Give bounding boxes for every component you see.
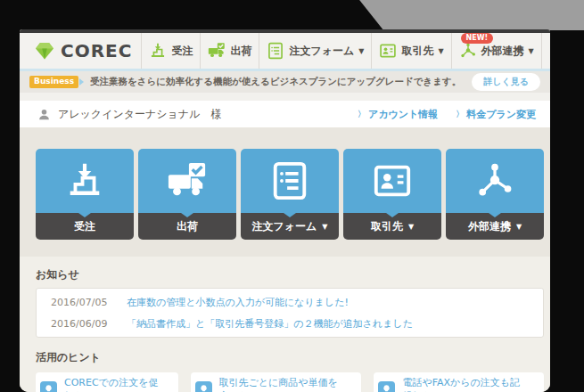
news-date: 2016/07/05 xyxy=(51,297,127,308)
truck-icon xyxy=(208,42,226,60)
divider-strip xyxy=(20,93,550,101)
account-name: アレックインターナショナル 様 xyxy=(58,107,221,122)
tile-label: 取引先 xyxy=(371,219,403,234)
chevron-down-icon: ▼ xyxy=(358,47,364,55)
account-info-label: アカウント情報 xyxy=(368,108,438,121)
corec-gem-icon xyxy=(34,40,55,61)
nav-item-external-integration[interactable]: NEW! 外部連携 ▼ xyxy=(451,33,541,69)
upgrade-banner: Business 受注業務をさらに効率化する機能が使えるビジネスプランにアップグ… xyxy=(20,71,550,93)
see-details-button[interactable]: 詳しく見る xyxy=(472,73,540,91)
news-link[interactable]: 「納品書作成」と「取引先番号登録」の２機能が追加されました xyxy=(127,317,413,331)
chevron-down-icon: ▼ xyxy=(516,223,522,231)
new-badge: NEW! xyxy=(461,33,494,44)
contact-card-icon xyxy=(379,42,397,60)
account-links: 〉 アカウント情報 〉 料金プラン変更 xyxy=(340,108,536,121)
main-content: 受注 出荷 注文フォーム ▼ xyxy=(20,127,550,392)
tile-partners-label-bar: 取引先 ▼ xyxy=(343,213,441,240)
lightbulb-icon xyxy=(378,381,395,392)
nav-item-partners[interactable]: 取引先 ▼ xyxy=(371,33,450,69)
nav-item-order-form[interactable]: 注文フォーム ▼ xyxy=(259,33,371,69)
inbox-icon xyxy=(64,160,105,201)
tile-order-form[interactable]: 注文フォーム ▼ xyxy=(241,149,339,240)
lightbulb-icon xyxy=(40,381,57,392)
hint-label: 取引先ごとに商品や単価を変えたい xyxy=(219,376,348,392)
tile-order-form-label-bar: 注文フォーム ▼ xyxy=(241,213,339,240)
news-date: 2016/06/09 xyxy=(51,318,127,330)
tile-label: 外部連携 xyxy=(468,219,511,234)
network-icon xyxy=(474,160,515,201)
main-nav: 受注 出荷 注文フォーム ▼ 取引先 ▼ NEW! xyxy=(141,33,550,69)
hints-section-title: 活用のヒント xyxy=(36,350,544,365)
tile-label: 受注 xyxy=(74,219,95,234)
chevron-right-icon: 〉 xyxy=(358,109,366,120)
business-plan-badge: Business xyxy=(29,76,78,88)
hint-card-phone-fax-orders[interactable]: 電話やFAXからの注文も記録したい xyxy=(374,372,544,392)
hints-row: CORECでの注文を促したい 取引先ごとに商品や単価を変えたい 電話やFAXから… xyxy=(36,372,544,392)
nav-label: 受注 xyxy=(171,44,193,59)
lower-section: お知らせ 2016/07/05 在庫数の管理と小数点の入力が可能になりました! … xyxy=(20,257,550,392)
app-window: COREC 受注 出荷 注文フォーム ▼ xyxy=(20,29,550,392)
tile-external-integration[interactable]: 外部連携 ▼ xyxy=(446,149,544,240)
tile-external-integration-top xyxy=(446,149,544,213)
chevron-right-icon: 〉 xyxy=(456,109,464,120)
account-info-link[interactable]: 〉 アカウント情報 xyxy=(358,108,438,121)
hint-card-promote-orders[interactable]: CORECでの注文を促したい xyxy=(36,372,178,392)
nav-label: 外部連携 xyxy=(481,44,524,59)
badge-arrow-icon xyxy=(79,78,84,86)
chevron-down-icon: ▼ xyxy=(322,223,327,231)
tile-label: 出荷 xyxy=(177,219,198,234)
nav-label: 取引先 xyxy=(401,44,433,59)
tile-external-integration-label-bar: 外部連携 ▼ xyxy=(446,213,544,240)
feature-tiles: 受注 出荷 注文フォーム ▼ xyxy=(20,127,550,240)
tile-shipping-top xyxy=(138,149,236,213)
tile-shipping-label-bar: 出荷 xyxy=(138,213,236,240)
news-link[interactable]: 在庫数の管理と小数点の入力が可能になりました! xyxy=(127,296,349,309)
tile-orders-label-bar: 受注 xyxy=(36,213,134,240)
tile-label: 注文フォーム xyxy=(252,219,317,234)
tile-order-form-top xyxy=(241,149,339,213)
news-row: 2016/06/09 「納品書作成」と「取引先番号登録」の２機能が追加されました xyxy=(37,313,543,334)
network-icon xyxy=(459,42,477,60)
inbox-icon xyxy=(149,42,167,60)
tile-orders-top xyxy=(36,149,134,213)
hint-label: CORECでの注文を促したい xyxy=(64,376,164,392)
order-form-icon xyxy=(269,160,310,201)
tile-orders[interactable]: 受注 xyxy=(36,149,134,240)
upgrade-message: 受注業務をさらに効率化する機能が使えるビジネスプランにアップグレードできます。 xyxy=(90,76,461,88)
order-form-icon xyxy=(267,42,284,60)
hint-card-partner-pricing[interactable]: 取引先ごとに商品や単価を変えたい xyxy=(191,372,362,392)
lightbulb-icon xyxy=(195,381,212,392)
nav-item-orders[interactable]: 受注 xyxy=(141,33,200,69)
plan-change-link[interactable]: 〉 料金プラン変更 xyxy=(456,108,536,121)
account-person-icon xyxy=(37,108,51,121)
background-page-curl xyxy=(355,0,584,30)
logo-text: COREC xyxy=(61,40,132,61)
news-row: 2016/07/05 在庫数の管理と小数点の入力が可能になりました! xyxy=(37,291,543,313)
nav-label: 出荷 xyxy=(230,44,251,59)
user-menu[interactable]: ▼ xyxy=(541,33,550,69)
news-section-title: お知らせ xyxy=(36,267,544,282)
top-navigation-bar: COREC 受注 出荷 注文フォーム ▼ xyxy=(20,33,550,71)
chevron-down-icon: ▼ xyxy=(529,47,534,55)
news-box: 2016/07/05 在庫数の管理と小数点の入力が可能になりました! 2016/… xyxy=(36,288,544,338)
tile-partners-top xyxy=(343,149,441,213)
nav-label: 注文フォーム xyxy=(289,44,354,59)
chevron-down-icon: ▼ xyxy=(438,47,443,55)
tile-partners[interactable]: 取引先 ▼ xyxy=(343,149,441,240)
account-row: アレックインターナショナル 様 〉 アカウント情報 〉 料金プラン変更 xyxy=(20,101,550,127)
hint-label: 電話やFAXからの注文も記録したい xyxy=(402,376,530,392)
chevron-down-icon: ▼ xyxy=(408,223,414,231)
tile-shipping[interactable]: 出荷 xyxy=(138,149,236,240)
plan-change-label: 料金プラン変更 xyxy=(466,108,536,121)
corec-logo[interactable]: COREC xyxy=(20,33,141,69)
nav-item-shipping[interactable]: 出荷 xyxy=(200,33,259,69)
truck-icon xyxy=(167,160,208,201)
contact-card-icon xyxy=(372,160,413,201)
